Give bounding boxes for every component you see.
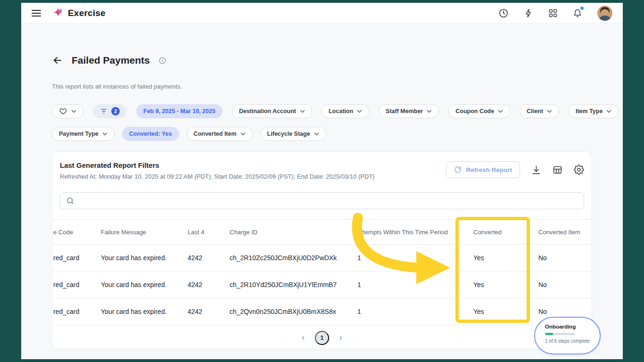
chip-label: Location	[329, 108, 353, 115]
last4-cell: 4242	[188, 272, 230, 298]
app-logo[interactable]: Exercise	[53, 7, 106, 19]
app-window: Exercise	[21, 3, 623, 359]
attempts-cell: 1	[357, 298, 473, 325]
app-name: Exercise	[68, 8, 106, 18]
date-range-chip[interactable]: Feb 9, 2025 - Mar 10, 2025	[136, 104, 223, 118]
notification-dot	[580, 7, 584, 10]
failure-message-cell: Your card has expired.	[101, 245, 188, 271]
column-header[interactable]: e Code	[52, 220, 101, 244]
charge-id-cell: ch_2R10Yd250JCmBXjU1YlEmmB7	[230, 272, 357, 298]
current-page-button[interactable]: 1	[315, 331, 329, 345]
favorites-chip[interactable]	[52, 104, 83, 118]
menu-icon[interactable]	[32, 10, 41, 16]
top-bar: Exercise	[21, 3, 623, 24]
active-filters-chip[interactable]: 2	[93, 104, 127, 118]
last4-cell: 4242	[188, 245, 230, 271]
settings-gear-icon[interactable]	[574, 165, 584, 175]
last4-cell: 4242	[188, 298, 230, 325]
table-row[interactable]: red_card Your card has expired. 4242 ch_…	[52, 272, 592, 298]
failure-code-cell: red_card	[52, 245, 101, 271]
apps-grid-icon[interactable]	[548, 8, 558, 18]
chip-label: Destination Account	[239, 108, 296, 115]
converted-item-chip[interactable]: Converted Item	[187, 127, 253, 141]
column-header[interactable]: Charge ID	[230, 220, 357, 244]
converted-item-cell: No	[538, 272, 592, 298]
table-row[interactable]: red_card Your card has expired. 4242 ch_…	[52, 298, 592, 325]
chip-label: Payment Type	[59, 131, 99, 137]
refresh-report-button[interactable]: Refresh Report	[446, 161, 520, 178]
column-header-converted[interactable]: Converted	[473, 220, 538, 244]
history-clock-icon[interactable]	[498, 8, 509, 18]
page-title: Failed Payments	[72, 55, 150, 66]
info-icon[interactable]	[158, 57, 166, 65]
chip-label: Converted Item	[194, 131, 237, 137]
chip-label: Coupon Code	[455, 108, 494, 115]
charge-id-cell: ch_2Qvn0n250JCmBXjU0BmX8S8x	[230, 298, 357, 325]
table-row[interactable]: red_card Your card has expired. 4242 ch_…	[52, 245, 592, 272]
coupon-code-chip[interactable]: Coupon Code	[448, 104, 510, 118]
main-content: Failed Payments This report lists all in…	[21, 55, 623, 349]
converted-yes-chip[interactable]: Converted: Yes	[122, 127, 179, 141]
payment-type-chip[interactable]: Payment Type	[52, 127, 115, 141]
table-footer: 1 400	[52, 325, 592, 350]
back-arrow-icon[interactable]	[52, 55, 63, 66]
item-type-chip[interactable]: Item Type	[569, 104, 619, 118]
previous-page-icon[interactable]	[300, 335, 306, 341]
search-input[interactable]	[78, 197, 578, 205]
logo-icon	[53, 7, 64, 19]
report-card-actions: Refresh Report	[446, 161, 584, 178]
column-header[interactable]: Failure Message	[101, 220, 188, 244]
attempts-cell: 1	[357, 272, 473, 298]
chevron-down-icon	[357, 110, 362, 113]
failure-code-cell: red_card	[52, 298, 101, 325]
user-avatar[interactable]	[597, 6, 612, 21]
chip-label: Converted: Yes	[129, 131, 172, 137]
chevron-down-icon	[427, 110, 432, 113]
search-icon	[66, 197, 74, 205]
heart-icon	[59, 107, 67, 115]
failure-message-cell: Your card has expired.	[101, 272, 188, 298]
report-card: Last Generated Report Filters Refreshed …	[52, 151, 592, 349]
column-header[interactable]: Last 4	[188, 220, 230, 244]
filter-chips-row2: Payment Type Converted: Yes Converted It…	[52, 127, 592, 141]
converted-cell: Yes	[473, 298, 538, 325]
column-header[interactable]: Attempts Within This Time Period	[357, 220, 473, 244]
converted-item-cell: No	[538, 245, 592, 271]
refresh-icon	[454, 166, 462, 173]
chevron-down-icon	[102, 132, 107, 136]
onboarding-title: Onboarding	[545, 324, 600, 329]
onboarding-progress-fill	[545, 333, 553, 335]
lifecycle-stage-chip[interactable]: Lifecycle Stage	[260, 127, 326, 141]
next-page-icon[interactable]	[338, 335, 344, 341]
chevron-down-icon	[547, 110, 552, 113]
date-range-label: Feb 9, 2025 - Mar 10, 2025	[143, 108, 215, 115]
chevron-down-icon	[300, 110, 305, 113]
topbar-actions	[498, 6, 612, 21]
report-search	[60, 192, 584, 209]
failure-message-cell: Your card has expired.	[101, 298, 188, 325]
chevron-down-icon	[314, 132, 319, 136]
page-description: This report lists all instances of faile…	[52, 83, 592, 90]
chevron-down-icon	[240, 132, 246, 136]
failure-code-cell: red_card	[52, 272, 101, 298]
chevron-down-icon	[498, 110, 503, 113]
download-icon[interactable]	[531, 165, 541, 175]
location-chip[interactable]: Location	[322, 104, 369, 118]
destination-account-chip[interactable]: Destination Account	[232, 104, 312, 118]
notifications-bell-icon[interactable]	[573, 8, 582, 18]
failed-payments-table: e Code Failure Message Last 4 Charge ID …	[52, 219, 592, 325]
onboarding-widget[interactable]: Onboarding 1 of 6 steps complete	[534, 317, 601, 354]
report-card-header: Last Generated Report Filters Refreshed …	[52, 152, 592, 180]
report-card-title: Last Generated Report Filters	[60, 161, 375, 169]
onboarding-progress-bar	[545, 333, 575, 335]
chip-label: Staff Member	[386, 108, 423, 115]
onboarding-progress-text: 1 of 6 steps complete	[545, 338, 600, 344]
staff-member-chip[interactable]: Staff Member	[379, 104, 439, 118]
chevron-down-icon	[71, 110, 76, 113]
converted-cell: Yes	[473, 245, 538, 271]
client-chip[interactable]: Client	[520, 104, 559, 118]
column-header[interactable]: Converted Item	[538, 220, 592, 244]
table-columns-icon[interactable]	[553, 165, 562, 175]
refresh-report-label: Refresh Report	[466, 166, 512, 173]
quick-actions-lightning-icon[interactable]	[524, 8, 533, 18]
